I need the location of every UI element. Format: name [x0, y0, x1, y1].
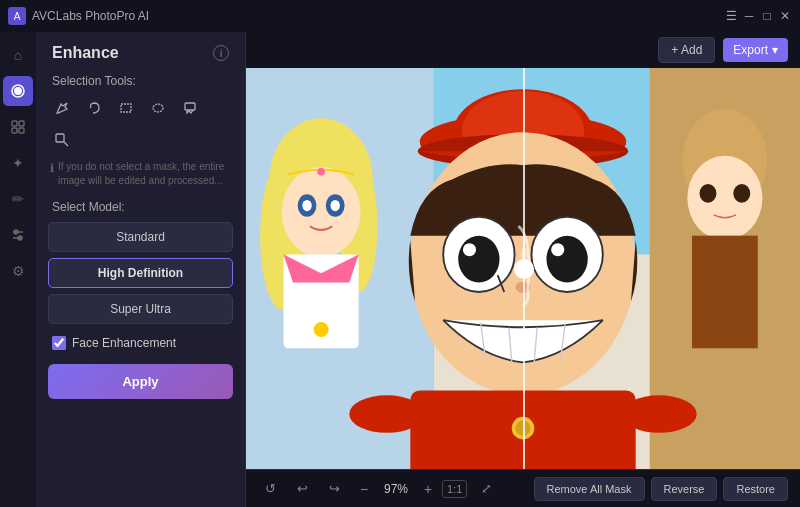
split-handle[interactable]: [514, 259, 534, 279]
paint-nav[interactable]: ✏: [3, 184, 33, 214]
svg-point-56: [349, 395, 424, 433]
app-title: AVCLabs PhotoPro AI: [32, 9, 149, 23]
model-standard-button[interactable]: Standard: [48, 222, 233, 252]
effects-nav[interactable]: ✦: [3, 148, 33, 178]
export-button[interactable]: Export ▾: [723, 38, 788, 62]
app-icon: A: [8, 7, 26, 25]
split-line[interactable]: [523, 68, 525, 469]
title-bar-left: A AVCLabs PhotoPro AI: [8, 7, 149, 25]
sidebar-header: Enhance i: [36, 32, 245, 70]
svg-rect-3: [19, 121, 24, 126]
brush-select-tool[interactable]: [176, 94, 204, 122]
magic-wand-tool[interactable]: [48, 126, 76, 154]
svg-rect-5: [19, 128, 24, 133]
maximize-button[interactable]: □: [760, 9, 774, 23]
close-button[interactable]: ✕: [778, 9, 792, 23]
reset-icon[interactable]: ↺: [258, 477, 282, 501]
bottom-left-controls: ↺ ↩ ↪ − 97% + 1:1 ⤢: [258, 477, 497, 501]
circle-select-tool[interactable]: [144, 94, 172, 122]
svg-point-45: [546, 236, 587, 283]
tools-nav[interactable]: [3, 112, 33, 142]
apply-button[interactable]: Apply: [48, 364, 233, 399]
svg-point-25: [302, 200, 311, 211]
face-enhancement-option: Face Enhancement: [36, 330, 245, 360]
svg-line-14: [64, 142, 68, 146]
svg-rect-2: [12, 121, 17, 126]
enhance-nav[interactable]: [3, 76, 33, 106]
image-area: [246, 68, 800, 469]
left-icon-bar: ⌂ ✦ ✏ ⚙: [0, 32, 36, 507]
settings-nav[interactable]: ⚙: [3, 256, 33, 286]
redo-icon[interactable]: ↪: [322, 477, 346, 501]
svg-rect-12: [185, 103, 195, 110]
hint-icon: ℹ: [50, 161, 54, 188]
title-bar: A AVCLabs PhotoPro AI ☰ ─ □ ✕: [0, 0, 800, 32]
expand-icon[interactable]: ⤢: [475, 478, 497, 500]
model-super-ultra-button[interactable]: Super Ultra: [48, 294, 233, 324]
svg-point-0: [14, 87, 22, 95]
zoom-reset-button[interactable]: 1:1: [442, 480, 467, 498]
pen-tool[interactable]: [48, 94, 76, 122]
undo-icon[interactable]: ↩: [290, 477, 314, 501]
bottom-right-controls: Remove All Mask Reverse Restore: [534, 477, 788, 501]
selection-tools-label: Selection Tools:: [36, 70, 245, 94]
window-controls: ☰ ─ □ ✕: [724, 9, 792, 23]
zoom-controls: − 97% + 1:1: [354, 479, 467, 499]
svg-point-30: [317, 168, 325, 176]
zoom-value: 97%: [378, 482, 414, 496]
svg-point-8: [14, 230, 18, 234]
info-icon[interactable]: i: [213, 45, 229, 61]
model-high-definition-button[interactable]: High Definition: [48, 258, 233, 288]
top-bar: + Add Export ▾: [246, 32, 800, 68]
selection-tools: [36, 94, 245, 160]
rect-select-tool[interactable]: [112, 94, 140, 122]
svg-point-26: [331, 200, 340, 211]
restore-button[interactable]: Restore: [723, 477, 788, 501]
svg-point-57: [622, 395, 697, 433]
face-enhancement-label: Face Enhancement: [72, 336, 176, 350]
svg-point-29: [314, 322, 329, 337]
zoom-in-button[interactable]: +: [418, 479, 438, 499]
sidebar-title: Enhance: [52, 44, 119, 62]
svg-point-11: [153, 104, 163, 112]
svg-point-34: [700, 184, 717, 203]
svg-point-9: [18, 236, 22, 240]
remove-all-mask-button[interactable]: Remove All Mask: [534, 477, 645, 501]
sidebar: Enhance i Selection Tools:: [36, 32, 246, 507]
home-nav[interactable]: ⌂: [3, 40, 33, 70]
svg-rect-10: [121, 104, 131, 112]
main-layout: ⌂ ✦ ✏ ⚙: [0, 32, 800, 507]
zoom-out-button[interactable]: −: [354, 479, 374, 499]
svg-rect-13: [56, 134, 64, 142]
content-area: + Add Export ▾: [246, 32, 800, 507]
svg-point-35: [733, 184, 750, 203]
select-model-label: Select Model:: [36, 196, 245, 222]
svg-point-33: [687, 156, 762, 241]
svg-point-22: [282, 167, 361, 257]
svg-point-47: [551, 243, 564, 256]
reverse-button[interactable]: Reverse: [651, 477, 718, 501]
minimize-button[interactable]: ─: [742, 9, 756, 23]
svg-point-46: [463, 243, 476, 256]
menu-button[interactable]: ☰: [724, 9, 738, 23]
adjustments-nav[interactable]: [3, 220, 33, 250]
lasso-tool[interactable]: [80, 94, 108, 122]
add-button[interactable]: + Add: [658, 37, 715, 63]
hint-text: ℹ If you do not select a mask, the entir…: [36, 160, 245, 196]
svg-rect-36: [692, 236, 758, 349]
svg-point-44: [458, 236, 499, 283]
face-enhancement-checkbox[interactable]: [52, 336, 66, 350]
bottom-toolbar: ↺ ↩ ↪ − 97% + 1:1 ⤢ Remove All Mask Reve…: [246, 469, 800, 507]
svg-rect-4: [12, 128, 17, 133]
